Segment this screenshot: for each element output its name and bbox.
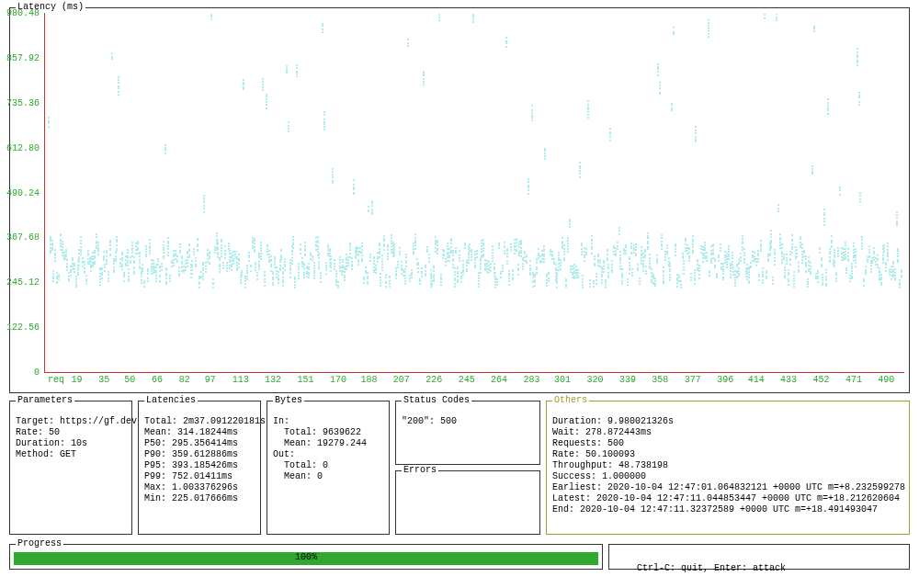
bytes-out-header: Out: (273, 449, 295, 459)
y-tick-label: 490.24 (6, 188, 40, 198)
lat-p50: P50: 295.356414ms (144, 438, 238, 448)
x-tick-label: 66 (152, 375, 163, 385)
help-panel: Ctrl-C: quit, Enter: attack (608, 544, 910, 570)
x-tick-label: 264 (491, 375, 507, 385)
x-tick-label: 50 (124, 375, 135, 385)
others-duration: Duration: 9.980021326s (552, 416, 674, 426)
param-duration: Duration: 10s (16, 438, 87, 448)
y-tick-label: 857.92 (6, 53, 40, 63)
x-tick-label: 151 (297, 375, 313, 385)
bytes-in-mean: Mean: 19279.244 (273, 438, 367, 448)
x-tick-label: 245 (459, 375, 475, 385)
x-tick-label: 396 (717, 375, 733, 385)
param-rate: Rate: 50 (16, 427, 60, 437)
status-codes-legend: Status Codes (402, 395, 471, 405)
errors-panel: Errors (395, 470, 540, 535)
latencies-legend: Latencies (144, 395, 198, 405)
x-tick-label: 471 (845, 375, 862, 385)
param-target: Target: https://gf.dev (16, 416, 137, 426)
chart-x-label: req (48, 375, 64, 385)
bytes-panel: Bytes In: Total: 9639622 Mean: 19279.244… (267, 401, 390, 535)
x-tick-label: 35 (98, 375, 109, 385)
others-success: Success: 1.000000 (552, 471, 646, 481)
bytes-out-mean: Mean: 0 (273, 471, 323, 481)
x-tick-label: 283 (524, 375, 540, 385)
others-rate: Rate: 50.100093 (552, 449, 635, 459)
others-wait: Wait: 278.872443ms (552, 427, 652, 437)
help-text[interactable]: Ctrl-C: quit, Enter: attack (637, 563, 786, 573)
others-latest: Latest: 2020-10-04 12:47:11.044853447 +0… (552, 493, 900, 503)
lat-p95: P95: 393.185426ms (144, 460, 238, 470)
others-legend: Others (552, 395, 589, 405)
x-tick-label: 414 (748, 375, 765, 385)
param-method: Method: GET (16, 449, 76, 459)
x-tick-label: 377 (685, 375, 701, 385)
y-tick-label: 367.68 (6, 232, 40, 243)
x-tick-label: 170 (330, 375, 346, 385)
y-tick-label: 980.48 (6, 8, 40, 18)
x-tick-label: 188 (360, 375, 377, 385)
others-panel: Others Duration: 9.980021326s Wait: 278.… (546, 401, 910, 535)
progress-percent: 100% (295, 552, 317, 562)
bytes-out-total: Total: 0 (273, 460, 328, 470)
chart-x-axis (44, 372, 904, 373)
status-codes-panel: Status Codes "200": 500 (395, 401, 540, 465)
lat-max: Max: 1.003376296s (144, 482, 238, 492)
x-tick-label: 97 (205, 375, 216, 385)
latencies-panel: Latencies Total: 2m37.091220181s Mean: 3… (138, 401, 261, 535)
y-tick-label: 735.36 (6, 98, 40, 108)
y-tick-label: 122.56 (6, 322, 40, 333)
others-throughput: Throughput: 48.738198 (552, 460, 668, 470)
bytes-in-total: Total: 9639622 (273, 427, 361, 437)
parameters-panel: Parameters Target: https://gf.dev Rate: … (9, 401, 132, 535)
x-tick-label: 19 (71, 375, 82, 385)
x-tick-label: 358 (652, 375, 668, 385)
x-tick-label: 433 (780, 375, 797, 385)
lat-total: Total: 2m37.091220181s (144, 416, 266, 426)
x-tick-label: 339 (619, 375, 636, 385)
progress-bar: 100% (14, 552, 598, 565)
status-code-line: "200": 500 (402, 416, 457, 426)
x-tick-label: 490 (878, 375, 894, 385)
chart-y-axis (44, 13, 45, 373)
errors-legend: Errors (402, 465, 438, 475)
x-tick-label: 452 (813, 375, 830, 385)
lat-p99: P99: 752.01411ms (144, 471, 233, 481)
bytes-in-header: In: (273, 416, 289, 426)
bytes-legend: Bytes (273, 395, 304, 405)
lat-p90: P90: 359.612886ms (144, 449, 238, 459)
parameters-legend: Parameters (16, 395, 74, 405)
lat-mean: Mean: 314.18244ms (144, 427, 238, 437)
latency-scatter-plot (46, 14, 902, 372)
x-tick-label: 320 (586, 375, 603, 385)
y-tick-label: 0 (34, 368, 40, 378)
x-tick-label: 301 (554, 375, 571, 385)
others-requests: Requests: 500 (552, 438, 624, 448)
others-earliest: Earliest: 2020-10-04 12:47:01.064832121 … (552, 482, 905, 492)
x-tick-label: 226 (425, 375, 442, 385)
y-tick-label: 612.80 (6, 143, 40, 153)
others-end: End: 2020-10-04 12:47:11.32372589 +0000 … (552, 504, 878, 514)
x-tick-label: 207 (393, 375, 410, 385)
progress-legend: Progress (16, 538, 63, 548)
progress-panel: Progress 100% (9, 544, 603, 570)
x-tick-label: 113 (233, 375, 249, 385)
y-tick-label: 245.12 (6, 277, 40, 288)
x-tick-label: 82 (179, 375, 190, 385)
x-tick-label: 132 (265, 375, 281, 385)
lat-min: Min: 225.017666ms (144, 493, 238, 503)
